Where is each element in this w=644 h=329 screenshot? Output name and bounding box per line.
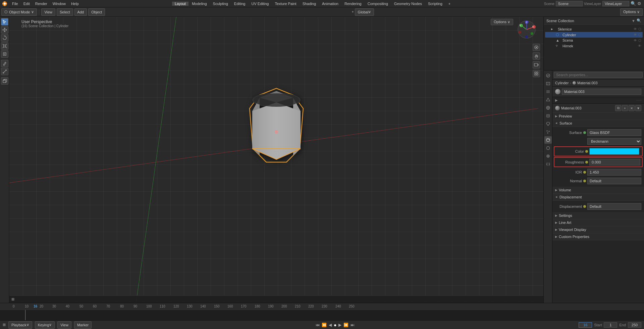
scale-tool-btn[interactable] [1,42,8,50]
outliner-row-sklenice[interactable]: ▸ Sklenice 👁 ⬡ [545,26,643,32]
physics-props-icon[interactable] [544,152,552,160]
search-icon[interactable]: 🔍 [631,1,636,6]
world-props-icon[interactable] [544,104,552,111]
menu-window[interactable]: Window [50,0,68,7]
prev-key-btn[interactable]: ◀ [328,323,332,327]
material-copy-btn[interactable]: ⧉ [615,105,621,111]
hide-render-icon[interactable]: ⬡ [638,27,641,31]
move-tool-btn[interactable] [1,26,8,34]
menu-edit[interactable]: Edit [21,0,33,7]
outliner-row-cylinder[interactable]: ⬡ Cylinder 👁 ⬡ [545,32,643,38]
measure-tool-btn[interactable] [1,68,8,75]
scena-eye-icon[interactable]: 👁 [634,39,637,42]
material-delete-btn[interactable]: ✕ [629,105,635,111]
viewlayer-input[interactable] [602,1,629,6]
object-props-icon[interactable] [544,112,552,120]
menu-file[interactable]: File [9,0,21,7]
tab-add[interactable]: + [446,2,453,6]
viewport-3d[interactable]: User Perspective (16) Scene Collection |… [9,17,543,303]
tab-modeling[interactable]: Modeling [189,2,210,6]
outliner-search-icon[interactable]: 🔍 [637,18,641,23]
tab-geometry-nodes[interactable]: Geometry Nodes [391,2,425,6]
ior-input[interactable]: 1.450 [587,169,641,176]
viewport-display-section-header[interactable]: ▶ Viewport Display [552,226,644,233]
timeline-view-btn[interactable]: View [57,321,71,329]
step-back-btn[interactable]: ⏪ [321,323,327,327]
displacement-section-header[interactable]: ▼ Displacement [552,194,644,201]
select-menu-btn[interactable]: Select [57,8,73,16]
playback-menu-btn[interactable]: Playback ∨ [8,321,32,329]
tab-texture-paint[interactable]: Texture Paint [272,2,299,6]
expand-arrow[interactable]: ▶ [555,98,558,102]
outliner-row-hirnek[interactable]: ▿ Hirnek 👁 [545,43,643,49]
color-swatch[interactable] [589,148,639,155]
tab-editing[interactable]: Editing [231,2,248,6]
snap-icon[interactable]: ⚬ [351,10,354,14]
next-key-btn[interactable]: ▶ [338,323,342,327]
surface-type-dropdown[interactable]: Glass BSDF [587,129,641,136]
tab-scripting[interactable]: Scripting [425,2,445,6]
tab-shading[interactable]: Shading [300,2,319,6]
3d-object-cylinder[interactable] [233,75,320,176]
outliner-row-scena[interactable]: ▲ Scena 👁 ⬡ [545,38,643,43]
rotate-tool-btn[interactable] [1,34,8,42]
material-filter-btn[interactable]: ▼ [635,105,641,111]
preview-section-header[interactable]: ▶ Preview [552,113,644,120]
distribution-dropdown[interactable]: Beckmann GGX Multiscatter GGX [587,138,641,145]
hand-pan-btn[interactable] [533,52,540,60]
surface-section-header[interactable]: ▼ Surface [552,120,644,127]
particles-props-icon[interactable] [544,128,552,136]
viewport-gizmo[interactable]: X Y Z [517,19,537,40]
jump-start-btn[interactable]: ⏮ [315,323,320,327]
view-layer-props-icon[interactable] [544,88,552,95]
scena-render-icon[interactable]: ⬡ [638,39,641,42]
zoom-to-fit-btn[interactable] [533,44,540,51]
options-btn[interactable]: Options ∨ [620,8,643,16]
cylinder-eye-icon[interactable]: 👁 [634,33,637,37]
props-search-input[interactable] [554,72,643,78]
constraints-props-icon[interactable] [544,160,552,168]
menu-help[interactable]: Help [68,0,82,7]
normal-dropdown[interactable]: Default [587,178,641,184]
custom-properties-section-header[interactable]: ▶ Custom Properties [552,233,644,240]
marker-btn[interactable]: Marker [74,321,92,329]
cursor-tool-btn[interactable] [1,18,8,26]
tab-animation[interactable]: Animation [319,2,341,6]
end-frame-input[interactable]: 250 [628,322,641,328]
mode-selector[interactable]: ⬡ Object Mode ∨ [1,8,37,16]
breadcrumb-object[interactable]: Cylinder [555,81,569,85]
tab-layout[interactable]: Layout [172,2,189,6]
settings-section-header[interactable]: ▶ Settings [552,212,644,219]
displacement-dropdown[interactable]: Default [587,203,641,210]
settings-icon[interactable]: ⚙ [637,1,641,6]
annotate-tool-btn[interactable] [1,60,8,67]
transform-tool-btn[interactable] [1,50,8,58]
material-props-icon[interactable] [544,136,552,144]
render-props-icon[interactable] [544,72,552,79]
viewport-options-btn[interactable]: Options ∨ [491,19,513,25]
menu-render[interactable]: Render [33,0,50,7]
cylinder-render-icon[interactable]: ⬡ [638,33,641,37]
line-art-section-header[interactable]: ▶ Line Art [552,219,644,226]
jump-end-btn[interactable]: ⏭ [350,323,355,327]
modifier-props-icon[interactable] [544,120,552,128]
material-name-input[interactable] [562,89,641,95]
start-frame-input[interactable]: 1 [604,322,617,328]
current-frame-display[interactable]: 16 [579,322,592,328]
tab-compositing[interactable]: Compositing [365,2,391,6]
eye-icon[interactable]: 👁 [634,27,637,31]
volume-section-header[interactable]: ▶ Volume [552,187,644,194]
roughness-input[interactable]: 0.000 [589,159,640,166]
global-selector[interactable]: Global ∨ [355,8,374,16]
timeline-menu-icon[interactable]: ⊞ [3,323,6,327]
scene-input[interactable] [556,1,583,6]
view-menu-btn[interactable]: View [41,8,55,16]
material-new-btn[interactable]: + [622,105,628,111]
scene-props-icon[interactable] [544,96,552,103]
grid-view-btn[interactable] [533,70,540,77]
keying-menu-btn[interactable]: Keying ∨ [35,321,55,329]
tab-rendering[interactable]: Rendering [342,2,364,6]
step-fwd-btn[interactable]: ⏩ [343,323,349,327]
breadcrumb-material[interactable]: Material.003 [577,81,598,85]
camera-btn[interactable] [533,61,540,68]
